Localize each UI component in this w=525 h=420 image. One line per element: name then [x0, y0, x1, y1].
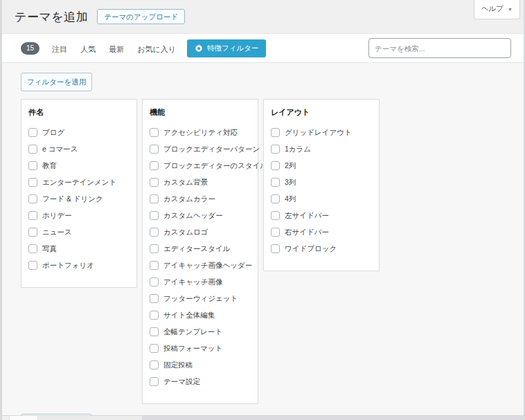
filter-option-checkbox[interactable]	[150, 228, 159, 237]
filter-option-label[interactable]: ブログ	[42, 128, 64, 138]
filter-link[interactable]: 最新	[109, 45, 124, 53]
filter-options-list: アクセシビリティ対応 ブロックエディターパターン ブロックエディターのスタイル	[150, 128, 251, 387]
help-button[interactable]: ヘルプ ▼	[474, 0, 520, 19]
filter-option-checkbox[interactable]	[271, 161, 280, 170]
filter-option-label[interactable]: サイト全体編集	[163, 311, 215, 320]
filter-group-features: 機能 アクセシビリティ対応 ブロックエディターパターン	[142, 99, 258, 404]
filter-option: カスタムヘッダー	[150, 211, 251, 221]
filter-option-label[interactable]: テーマ設定	[163, 377, 200, 387]
filter-option: ワイドブロック	[271, 244, 372, 254]
filter-option: 固定投稿	[150, 360, 251, 370]
filter-option-checkbox[interactable]	[271, 244, 280, 253]
filter-option-label[interactable]: フッターウィジェット	[163, 294, 238, 304]
filter-option-checkbox[interactable]	[271, 128, 280, 137]
filter-drawer: フィルターを適用 件名 ブログ e コマース	[0, 63, 525, 420]
filter-link[interactable]: 注目	[52, 45, 67, 53]
filter-option-label[interactable]: 1カラム	[285, 145, 311, 154]
filter-option-checkbox[interactable]	[150, 344, 159, 353]
filter-link[interactable]: お気に入り	[137, 45, 176, 53]
upload-theme-button[interactable]: テーマのアップロード	[97, 9, 185, 25]
filter-group-title: 件名	[28, 108, 130, 117]
filter-option-label[interactable]: カスタムヘッダー	[163, 211, 223, 221]
filter-option-checkbox[interactable]	[150, 360, 159, 369]
filter-option: 4列	[271, 194, 372, 204]
filter-option-checkbox[interactable]	[271, 211, 280, 220]
filter-option-checkbox[interactable]	[150, 261, 159, 270]
filter-option-label[interactable]: 教育	[42, 161, 57, 171]
filter-option-label[interactable]: e コマース	[42, 145, 78, 154]
filter-option-checkbox[interactable]	[271, 145, 280, 154]
filter-option-label[interactable]: アクセシビリティ対応	[163, 128, 238, 138]
filter-option-label[interactable]: 右サイドバー	[285, 228, 329, 237]
filter-option-label[interactable]: 左サイドバー	[285, 211, 329, 221]
filter-option-checkbox[interactable]	[150, 211, 159, 220]
filter-option-label[interactable]: フード & ドリンク	[42, 194, 103, 204]
filter-option-checkbox[interactable]	[28, 128, 37, 137]
filter-option-checkbox[interactable]	[28, 178, 37, 187]
filter-option-label[interactable]: カスタムカラー	[163, 194, 215, 204]
filter-option-label[interactable]: ポートフォリオ	[42, 261, 94, 271]
filter-option-checkbox[interactable]	[150, 244, 159, 253]
filter-option-checkbox[interactable]	[150, 327, 159, 336]
filter-link[interactable]: 人気	[80, 45, 96, 53]
filter-option-label[interactable]: 写真	[42, 244, 57, 254]
filter-option-checkbox[interactable]	[150, 145, 159, 154]
filter-option-checkbox[interactable]	[150, 277, 159, 286]
filter-option: ニュース	[28, 228, 130, 237]
filter-option-checkbox[interactable]	[150, 178, 159, 187]
filter-option-checkbox[interactable]	[28, 161, 37, 170]
filter-option-label[interactable]: エンターテインメント	[42, 178, 116, 188]
filter-option-label[interactable]: エディタースタイル	[163, 244, 230, 254]
filter-link-item: 人気	[80, 42, 96, 55]
filter-option-label[interactable]: カスタムロゴ	[163, 228, 208, 237]
filter-option-label[interactable]: 4列	[285, 194, 296, 204]
filter-option-checkbox[interactable]	[150, 294, 159, 303]
theme-search-input[interactable]	[368, 38, 511, 58]
feature-filter-button[interactable]: 特徴フィルター	[187, 39, 266, 57]
filter-option-checkbox[interactable]	[28, 228, 37, 237]
filter-group-title: 機能	[150, 108, 251, 117]
filter-link-item: 注目	[52, 42, 67, 55]
filter-option: 3列	[271, 178, 372, 188]
filter-option-checkbox[interactable]	[28, 261, 37, 270]
horizontal-scrollbar[interactable]	[0, 415, 525, 420]
filter-group-layout: レイアウト グリッドレイアウト 1カラム	[263, 99, 380, 271]
page-header: テーマを追加 テーマのアップロード	[0, 0, 525, 33]
filter-option-checkbox[interactable]	[28, 194, 37, 203]
filter-option-checkbox[interactable]	[150, 194, 159, 203]
filter-option-label[interactable]: 3列	[285, 178, 296, 188]
filter-option-label[interactable]: アイキャッチ画像ヘッダー	[163, 261, 252, 271]
filter-option-label[interactable]: 全幅テンプレート	[163, 327, 222, 337]
filter-option: ポートフォリオ	[28, 261, 130, 271]
filter-option-checkbox[interactable]	[28, 211, 37, 220]
filter-option-label[interactable]: 2列	[285, 161, 296, 171]
filter-option-label[interactable]: アイキャッチ画像	[163, 277, 222, 287]
filter-option-label[interactable]: ホリデー	[42, 211, 72, 221]
filter-option: ブロックエディターのスタイル	[150, 161, 251, 171]
filter-option-checkbox[interactable]	[150, 377, 159, 386]
filter-bar: 15 注目 人気 最新 お気に入り 特徴フィルター	[0, 33, 525, 63]
filter-option-checkbox[interactable]	[271, 178, 280, 187]
filter-option-checkbox[interactable]	[271, 228, 280, 237]
filter-option-checkbox[interactable]	[150, 161, 159, 170]
filter-option-checkbox[interactable]	[28, 145, 37, 154]
filter-option-label[interactable]: ニュース	[42, 228, 72, 237]
filter-option: 2列	[271, 161, 372, 171]
filter-option: 写真	[28, 244, 130, 254]
filter-option-checkbox[interactable]	[150, 311, 159, 320]
filter-option-checkbox[interactable]	[150, 128, 159, 137]
filter-option-label[interactable]: カスタム背景	[163, 178, 208, 188]
filter-option-label[interactable]: ブロックエディターのスタイル	[163, 161, 267, 171]
filter-option-label[interactable]: グリッドレイアウト	[285, 128, 352, 138]
filter-option: ブログ	[28, 128, 130, 138]
filter-option-checkbox[interactable]	[271, 194, 280, 203]
filter-option-label[interactable]: ブロックエディターパターン	[163, 145, 260, 154]
filter-option-label[interactable]: 投稿フォーマット	[163, 344, 222, 354]
help-label: ヘルプ	[481, 4, 504, 14]
apply-filters-button-top[interactable]: フィルターを適用	[21, 73, 92, 91]
scrollbar-thumb[interactable]	[9, 416, 38, 420]
filter-option-checkbox[interactable]	[28, 244, 37, 253]
filter-option: エンターテインメント	[28, 178, 130, 188]
filter-option-label[interactable]: 固定投稿	[163, 360, 193, 370]
filter-option-label[interactable]: ワイドブロック	[285, 244, 337, 254]
